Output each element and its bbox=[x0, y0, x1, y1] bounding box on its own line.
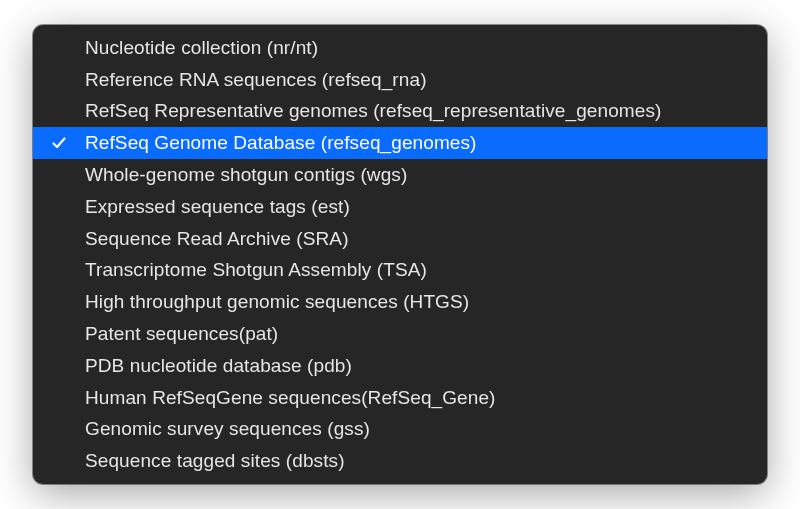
dropdown-option[interactable]: RefSeq Representative genomes (refseq_re… bbox=[33, 96, 767, 128]
dropdown-option[interactable]: Expressed sequence tags (est) bbox=[33, 191, 767, 223]
check-cell bbox=[33, 390, 85, 406]
check-cell bbox=[33, 199, 85, 215]
option-label: Sequence tagged sites (dbsts) bbox=[85, 450, 345, 472]
check-cell bbox=[33, 167, 85, 183]
check-cell bbox=[33, 358, 85, 374]
dropdown-option[interactable]: PDB nucleotide database (pdb) bbox=[33, 350, 767, 382]
option-label: Whole-genome shotgun contigs (wgs) bbox=[85, 164, 407, 186]
dropdown-option[interactable]: Reference RNA sequences (refseq_rna) bbox=[33, 64, 767, 96]
check-cell bbox=[33, 262, 85, 278]
dropdown-option[interactable]: Genomic survey sequences (gss) bbox=[33, 413, 767, 445]
option-label: Reference RNA sequences (refseq_rna) bbox=[85, 69, 427, 91]
option-label: Expressed sequence tags (est) bbox=[85, 196, 350, 218]
check-cell bbox=[33, 135, 85, 151]
option-label: Patent sequences(pat) bbox=[85, 323, 278, 345]
check-cell bbox=[33, 453, 85, 469]
dropdown-option[interactable]: Sequence Read Archive (SRA) bbox=[33, 223, 767, 255]
check-cell bbox=[33, 40, 85, 56]
option-label: RefSeq Genome Database (refseq_genomes) bbox=[85, 132, 477, 154]
dropdown-option[interactable]: Nucleotide collection (nr/nt) bbox=[33, 32, 767, 64]
option-label: PDB nucleotide database (pdb) bbox=[85, 355, 352, 377]
dropdown-option[interactable]: Patent sequences(pat) bbox=[33, 318, 767, 350]
dropdown-option[interactable]: High throughput genomic sequences (HTGS) bbox=[33, 286, 767, 318]
dropdown-option[interactable]: Whole-genome shotgun contigs (wgs) bbox=[33, 159, 767, 191]
checkmark-icon bbox=[51, 135, 67, 151]
check-cell bbox=[33, 103, 85, 119]
option-label: Human RefSeqGene sequences(RefSeq_Gene) bbox=[85, 387, 496, 409]
check-cell bbox=[33, 231, 85, 247]
check-cell bbox=[33, 421, 85, 437]
check-cell bbox=[33, 294, 85, 310]
option-label: Nucleotide collection (nr/nt) bbox=[85, 37, 318, 59]
option-label: Transcriptome Shotgun Assembly (TSA) bbox=[85, 259, 427, 281]
dropdown-option[interactable]: Human RefSeqGene sequences(RefSeq_Gene) bbox=[33, 382, 767, 414]
dropdown-option[interactable]: Transcriptome Shotgun Assembly (TSA) bbox=[33, 255, 767, 287]
check-cell bbox=[33, 72, 85, 88]
check-cell bbox=[33, 326, 85, 342]
option-label: Genomic survey sequences (gss) bbox=[85, 418, 370, 440]
option-label: High throughput genomic sequences (HTGS) bbox=[85, 291, 469, 313]
dropdown-option[interactable]: Sequence tagged sites (dbsts) bbox=[33, 445, 767, 477]
database-dropdown-panel[interactable]: Nucleotide collection (nr/nt) Reference … bbox=[33, 25, 767, 484]
dropdown-option[interactable]: RefSeq Genome Database (refseq_genomes) bbox=[33, 127, 767, 159]
option-label: Sequence Read Archive (SRA) bbox=[85, 228, 349, 250]
option-label: RefSeq Representative genomes (refseq_re… bbox=[85, 100, 661, 122]
